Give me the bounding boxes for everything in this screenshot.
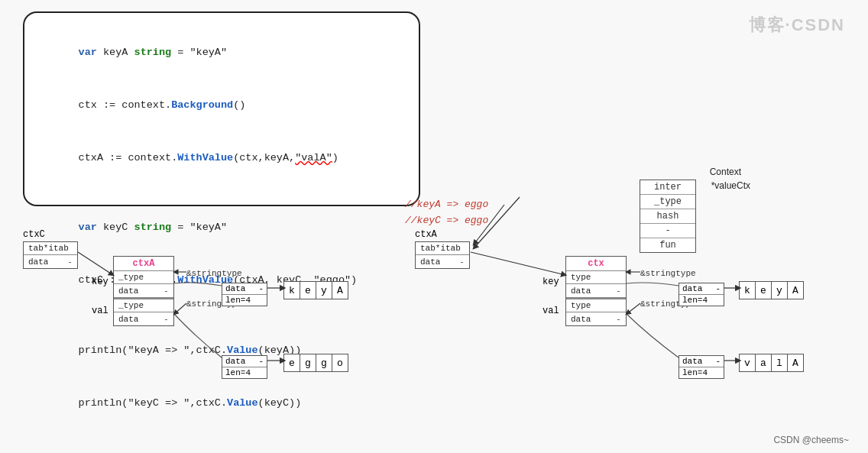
char-g1-eggo: g [300,354,316,372]
context-label: Context [710,167,741,177]
char-v-valA: v [739,354,756,372]
val-label-left: val [92,306,108,316]
code-line-3: ctxA := context.WithValue(ctx,keyA,"valA… [41,132,402,185]
svg-line-1 [471,252,565,275]
char-l-valA: l [771,354,788,372]
ctxA-inner-block: ctxA _type data- _type data- [113,256,174,326]
context-sublabel: *valueCtx [711,180,750,191]
ctx-row-hash: hash [640,209,695,224]
data-len-keyA-right: data- len=4 [679,283,724,306]
ctx-row-inter: inter [640,180,695,195]
ctxC-row-tab: tab*itab [24,242,77,255]
comment-block: //keyA => eggo //keyC => eggo [405,197,488,229]
ctx-row-fun: fun [640,238,695,252]
key-label-left: key [92,277,108,287]
char-y-right: y [771,281,788,299]
ctx-val-data: data- [566,312,626,325]
data-len-keyA-left: data- len=4 [222,283,267,306]
ctxA-ptr-block: tab*itab data- [415,241,470,269]
key-label-right: key [542,277,559,287]
len-row-2: len=4 [222,367,267,378]
ctxC-label: ctxC [23,229,78,240]
data-len-eggo-left: data- len=4 [222,355,267,379]
code-line-2: ctx := context.Background() [41,79,402,132]
context-box: Context *valueCtx inter _type hash - fun [640,180,696,253]
len-row-4: len=4 [679,367,724,378]
ctxA-val-type: _type [114,299,173,312]
char-A-right: A [787,281,804,299]
char-o-eggo: o [332,354,348,372]
ctxA-pink-label: ctxA [114,257,173,271]
ctx-key-data: data- [566,284,626,298]
ctx-row-type: _type [640,195,695,209]
stringtype-right-top: &stringtype [640,269,696,278]
keyA-chars-right: k e y A [740,281,804,299]
char-y-left: y [316,281,332,299]
data-row-2: data- [222,356,267,367]
data-row-4: data- [679,356,724,367]
stringtype-left-top: &stringtype [186,269,242,278]
eggo-chars-left: e g g o [284,354,348,372]
data-len-valA-right: data- len=4 [679,355,724,379]
main-container: var keyA string = "keyA" ctx := context.… [0,0,868,453]
char-e-right: e [755,281,772,299]
valA-chars-right: v a l A [740,354,804,372]
ctx-main-block: ctx type data- type data- [565,256,627,326]
watermark: 博客·CSDN [749,14,845,37]
ctxA-row-data: data- [416,255,469,268]
comment-line1: //keyA => eggo [405,197,488,213]
char-a-valA: a [755,354,772,372]
keyA-chars-left: k e y A [284,281,348,299]
val-label-right: val [542,306,559,316]
ctxA-main-block: ctxA _type data- _type data- [113,256,174,326]
ctx-inner-block: ctx type data- type data- [565,256,627,326]
ctx-row-dash: - [640,224,695,238]
csdn-label: CSDN @cheems~ [773,435,849,445]
ctx-key-type: type [566,271,626,284]
code-line-blank1 [41,184,402,202]
code-line-5: var keyC string = "keyA" [41,202,402,254]
code-line-9: println("keyC => ",ctxC.Value(keyC)) [41,377,402,430]
len-row-3: len=4 [679,295,724,306]
ctxA-bottom-label-area: ctxA tab*itab data- [415,229,470,269]
code-box: var keyA string = "keyA" ctx := context.… [23,11,420,206]
ctxA-row-tab: tab*itab [416,242,469,255]
ctx-val-type: type [566,299,626,312]
ctxA-key-type: _type [114,271,173,284]
ctxC-ptr-block: tab*itab data- [23,241,78,269]
keyword-var: var [79,47,103,58]
char-k-right: k [739,281,756,299]
char-e-eggo: e [283,354,300,372]
char-g2-eggo: g [316,354,332,372]
ctxA-val-data: data- [114,312,173,325]
comment-line2: //keyC => eggo [405,213,488,229]
char-A-valA: A [787,354,804,372]
char-A-left: A [332,281,348,299]
ctxA-bottom-label: ctxA [415,229,470,240]
code-line-1: var keyA string = "keyA" [41,27,402,79]
char-e-left: e [300,281,316,299]
ctxC-label-area: ctxC tab*itab data- [23,229,78,269]
ctx-pink-label: ctx [566,257,626,271]
len-row-1: len=4 [222,295,267,306]
svg-line-10 [627,303,640,314]
data-row-3: data- [679,283,724,295]
ctxC-row-data: data- [24,255,77,268]
data-row-1: data- [222,283,267,295]
ctxA-key-data: data- [114,284,173,298]
char-k-left: k [283,281,300,299]
